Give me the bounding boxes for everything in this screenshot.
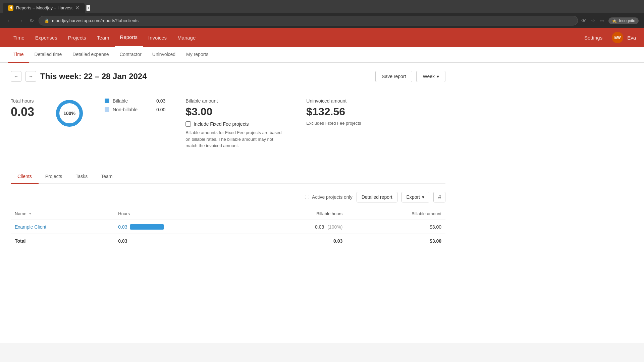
nav-reports[interactable]: Reports <box>115 28 143 47</box>
favicon: H <box>8 5 13 11</box>
non-billable-dot <box>105 107 109 112</box>
excludes-note: Excludes Fixed Fee projects <box>306 121 361 126</box>
reload-button[interactable]: ↻ <box>28 16 35 25</box>
billable-label: Billable <box>113 98 143 104</box>
nav-right: Settings EW Eva <box>579 29 636 47</box>
col-name-header[interactable]: Name ▾ <box>11 208 114 220</box>
include-fixed-fee-checkbox[interactable] <box>185 121 191 127</box>
bookmark-icon[interactable]: ☆ <box>591 17 595 24</box>
non-billable-label: Non-billable <box>113 107 143 112</box>
export-button[interactable]: Export ▾ <box>401 192 429 202</box>
date-nav-left: ← → This week: 22 – 28 Jan 2024 <box>11 71 147 82</box>
address-bar[interactable]: 🔒 moodjoy.harvestapp.com/reports?tab=cli… <box>39 16 578 25</box>
table-header: Name ▾ Hours Billable hours Billable amo… <box>11 208 445 220</box>
prev-period-button[interactable]: ← <box>11 71 21 82</box>
nav-projects[interactable]: Projects <box>63 29 92 47</box>
sub-nav-uninvoiced[interactable]: Uninvoiced <box>147 47 181 63</box>
next-period-button[interactable]: → <box>25 71 36 82</box>
hours-link[interactable]: 0.03 <box>118 224 127 230</box>
incognito-label: Incognito <box>619 18 635 23</box>
nav-expenses[interactable]: Expenses <box>30 29 63 47</box>
sub-nav-time[interactable]: Time <box>8 47 29 63</box>
tab-projects[interactable]: Projects <box>39 170 69 184</box>
chevron-down-icon: ▾ <box>437 74 439 79</box>
total-billable-amount-cell: $3.00 <box>346 234 445 248</box>
clients-table: Name ▾ Hours Billable hours Billable amo… <box>11 208 445 248</box>
hours-bar <box>130 224 164 230</box>
col-billable-amount-header: Billable amount <box>346 208 445 220</box>
col-hours-header: Hours <box>114 208 254 220</box>
lock-icon: 🔒 <box>44 18 49 23</box>
include-fixed-fee: Include Fixed Fee projects <box>185 121 286 127</box>
fixed-fee-note: Billable amounts for Fixed Fee projects … <box>185 129 286 149</box>
sub-nav: Time Detailed time Detailed expense Cont… <box>0 47 644 63</box>
sidebar-icon[interactable]: ▭ <box>599 17 604 24</box>
total-label-cell: Total <box>11 234 114 248</box>
back-button[interactable]: ← <box>5 16 13 25</box>
browser-controls: ← → ↻ 🔒 moodjoy.harvestapp.com/reports?t… <box>0 13 644 28</box>
sub-nav-detailed-expense[interactable]: Detailed expense <box>67 47 114 63</box>
main-nav: Time Expenses Projects Team Reports Invo… <box>0 28 644 47</box>
chevron-down-icon: ▾ <box>422 194 424 200</box>
browser-chrome: H Reports – Moodjoy – Harvest ✕ + ← → ↻ … <box>0 0 644 28</box>
client-name-cell: Example Client <box>11 220 114 234</box>
hours-cell: 0.03 <box>114 220 254 234</box>
tab-tasks[interactable]: Tasks <box>69 170 94 184</box>
forward-button[interactable]: → <box>17 16 25 25</box>
week-selector-button[interactable]: Week ▾ <box>416 71 445 82</box>
nav-team[interactable]: Team <box>92 29 115 47</box>
content: ← → This week: 22 – 28 Jan 2024 Save rep… <box>0 63 456 256</box>
total-billable-hours-cell: 0.03 <box>254 234 346 248</box>
new-tab-button[interactable]: + <box>86 5 90 11</box>
sub-nav-detailed-time[interactable]: Detailed time <box>29 47 67 63</box>
active-projects-filter: Active projects only <box>305 194 353 200</box>
billable-pct: (100%) <box>327 224 342 230</box>
client-link[interactable]: Example Client <box>15 224 46 230</box>
billable-amount-label: Billable amount <box>185 98 286 104</box>
include-fixed-fee-label[interactable]: Include Fixed Fee projects <box>194 121 249 127</box>
total-hours-cell: 0.03 <box>114 234 254 248</box>
nav-time[interactable]: Time <box>8 29 30 47</box>
legend: Billable 0.03 Non-billable 0.00 <box>105 98 165 112</box>
app: Time Expenses Projects Team Reports Invo… <box>0 28 644 343</box>
table-body: Example Client 0.03 0.03 (100%) $3.00 <box>11 220 445 248</box>
avatar: EW <box>612 32 623 43</box>
active-projects-label[interactable]: Active projects only <box>312 194 353 200</box>
hours-bar-container: 0.03 <box>118 224 250 230</box>
tab-clients[interactable]: Clients <box>11 170 39 184</box>
header-row: Name ▾ Hours Billable hours Billable amo… <box>11 208 445 220</box>
data-tabs: Clients Projects Tasks Team <box>11 170 445 184</box>
donut-label: 100% <box>63 111 75 116</box>
browser-tab[interactable]: H Reports – Moodjoy – Harvest ✕ <box>3 3 85 13</box>
sub-nav-contractor[interactable]: Contractor <box>114 47 147 63</box>
billable-hours-value: 0.03 <box>315 224 324 230</box>
sub-nav-my-reports[interactable]: My reports <box>181 47 214 63</box>
user-name: Eva <box>627 35 636 41</box>
incognito-badge: 🕵 Incognito <box>608 17 639 24</box>
billable-amount-value: $3.00 <box>185 106 286 118</box>
sort-icon: ▾ <box>29 212 31 216</box>
nav-manage[interactable]: Manage <box>172 29 201 47</box>
close-tab-button[interactable]: ✕ <box>75 5 79 11</box>
print-icon: 🖨 <box>437 194 442 200</box>
col-billable-hours-header: Billable hours <box>254 208 346 220</box>
uninvoiced-amount-section: Uninvoiced amount $132.56 Excludes Fixed… <box>306 98 361 126</box>
detailed-report-button[interactable]: Detailed report <box>357 192 397 202</box>
legend-billable: Billable 0.03 <box>105 98 165 104</box>
date-nav: ← → This week: 22 – 28 Jan 2024 Save rep… <box>11 71 445 82</box>
nav-invoices[interactable]: Invoices <box>143 29 172 47</box>
tab-team[interactable]: Team <box>94 170 119 184</box>
billable-dot <box>105 99 109 103</box>
non-billable-val: 0.00 <box>156 107 165 112</box>
legend-non-billable: Non-billable 0.00 <box>105 107 165 112</box>
total-hours-label: Total hours <box>11 98 34 104</box>
table-controls: Active projects only Detailed report Exp… <box>11 192 445 202</box>
active-projects-checkbox[interactable] <box>305 195 309 199</box>
settings-link[interactable]: Settings <box>579 29 608 47</box>
print-button[interactable]: 🖨 <box>433 192 445 202</box>
legend-non-billable-text: Non-billable 0.00 <box>113 107 165 112</box>
save-report-button[interactable]: Save report <box>375 71 412 82</box>
donut-chart: 100% <box>54 98 85 128</box>
browser-icons: 👁 ☆ ▭ 🕵 Incognito <box>581 17 639 24</box>
uninvoiced-amount-value: $132.56 <box>306 106 361 118</box>
